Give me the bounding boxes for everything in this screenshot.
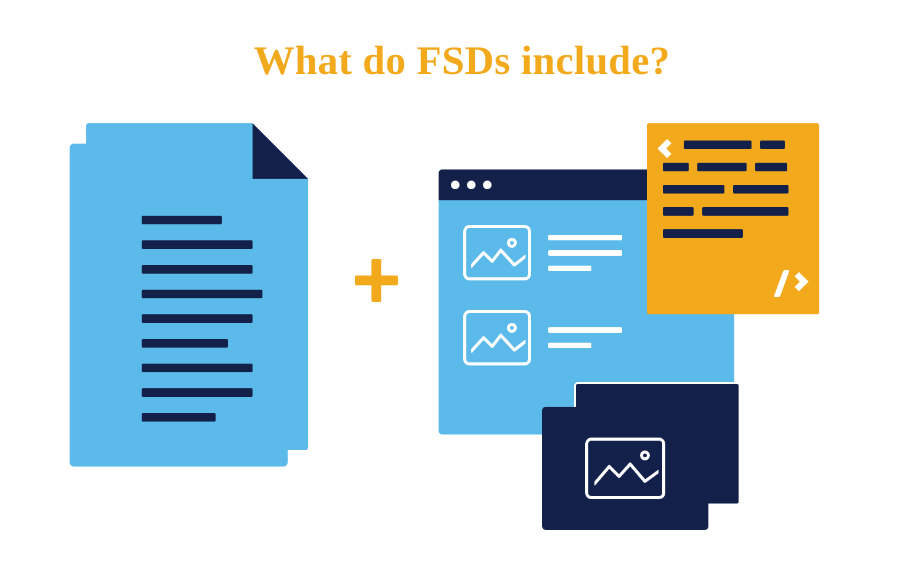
image-card-front-icon [542,407,708,530]
chevron-left-icon [657,139,676,158]
code-slash-icon [774,270,790,297]
text-lines-icon [548,235,622,271]
document-text-lines [142,216,265,422]
image-placeholder-icon [463,310,531,365]
heading-title: What do FSDs include? [0,37,924,84]
image-placeholder-icon [585,438,665,499]
plus-icon [355,259,398,302]
browser-content-row [463,310,734,365]
chevron-right-icon [789,272,808,291]
image-placeholder-icon [463,225,531,280]
window-dot-icon [451,181,460,189]
text-lines-icon [548,327,622,348]
code-snippet-icon [647,123,819,314]
window-dot-icon [467,181,476,189]
window-dot-icon [483,181,492,189]
document-front-icon [86,123,308,450]
document-fold-corner [253,123,308,179]
